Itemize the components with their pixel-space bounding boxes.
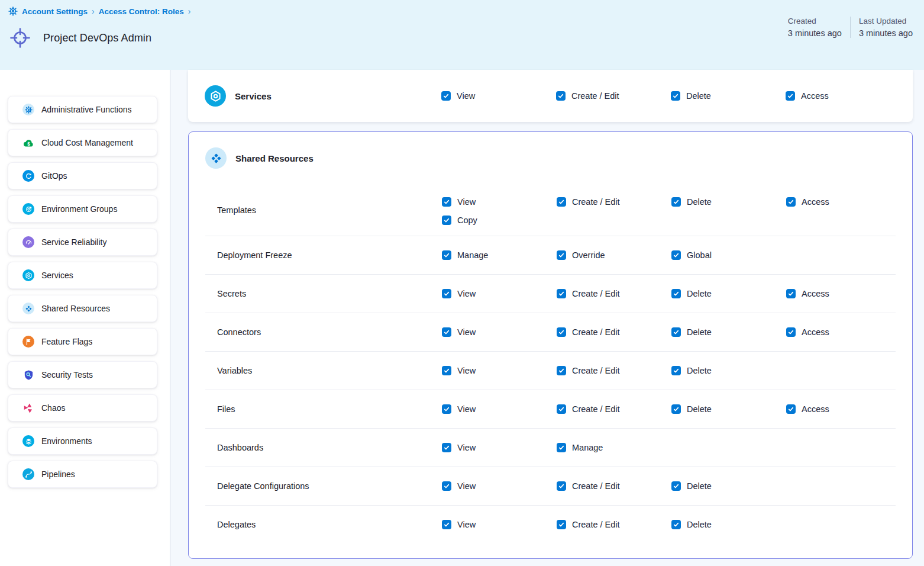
permission-checkbox-view[interactable]: View [442, 327, 557, 337]
checkbox-checked-icon[interactable] [557, 289, 566, 298]
permission-checkbox-access[interactable]: Access [786, 197, 896, 207]
sidebar-item-services[interactable]: Services [8, 262, 157, 289]
sidebar-item-label: Services [41, 271, 73, 280]
permission-checkbox-create-edit[interactable]: Create / Edit [557, 481, 671, 491]
checkbox-checked-icon[interactable] [557, 481, 566, 491]
permission-checkbox-create-edit[interactable]: Create / Edit [557, 520, 671, 529]
checkbox-checked-icon[interactable] [557, 197, 566, 207]
breadcrumb-link-account-settings[interactable]: Account Settings [22, 7, 88, 16]
checkbox-checked-icon[interactable] [557, 443, 566, 452]
svg-text:$: $ [27, 140, 30, 146]
permission-checkbox-delete[interactable]: Delete [671, 327, 786, 337]
checkbox-label: Access [802, 327, 829, 337]
permission-checkbox-create-edit[interactable]: Create / Edit [556, 91, 671, 101]
permission-checkbox-view[interactable]: View [442, 443, 557, 452]
permission-checkbox-view[interactable]: View [442, 404, 557, 414]
checkbox-checked-icon[interactable] [557, 520, 566, 529]
permission-checkbox-manage[interactable]: Manage [442, 250, 557, 260]
permission-checkbox-view[interactable]: View [442, 366, 557, 375]
checkbox-checked-icon[interactable] [786, 327, 796, 337]
checkbox-checked-icon[interactable] [671, 327, 681, 337]
permission-cell: View [442, 404, 557, 414]
permission-checkbox-view[interactable]: View [442, 197, 557, 207]
checkbox-checked-icon[interactable] [671, 197, 681, 207]
chaos-icon [22, 402, 34, 414]
permission-checkbox-access[interactable]: Access [786, 91, 913, 101]
permission-checkbox-view[interactable]: View [442, 481, 557, 491]
permission-checkbox-view[interactable]: View [442, 520, 557, 529]
permission-cell: Access [786, 404, 896, 414]
checkbox-label: Access [802, 197, 829, 207]
permission-checkbox-delete[interactable]: Delete [671, 404, 786, 414]
checkbox-checked-icon[interactable] [442, 366, 451, 375]
permission-checkbox-create-edit[interactable]: Create / Edit [557, 197, 671, 207]
permission-row-deployment-freeze: Deployment Freeze Manage Override Global [205, 236, 896, 274]
services-permission-cell: Delete [671, 91, 786, 101]
sidebar-item-shared-resources[interactable]: Shared Resources [8, 295, 157, 322]
permission-checkbox-delete[interactable]: Delete [671, 366, 786, 375]
sidebar-item-label: GitOps [41, 171, 67, 181]
checkbox-checked-icon[interactable] [671, 91, 680, 101]
permission-checkbox-delete[interactable]: Delete [671, 91, 786, 101]
checkbox-checked-icon[interactable] [786, 404, 796, 414]
service-reliability-icon [22, 236, 34, 248]
checkbox-checked-icon[interactable] [442, 404, 451, 414]
checkbox-label: View [457, 443, 476, 452]
permission-checkbox-delete[interactable]: Delete [671, 520, 786, 529]
checkbox-checked-icon[interactable] [441, 91, 451, 101]
checkbox-checked-icon[interactable] [786, 197, 796, 207]
checkbox-checked-icon[interactable] [671, 289, 681, 298]
sidebar-item-gitops[interactable]: GitOps [8, 162, 157, 189]
permission-checkbox-copy[interactable]: Copy [442, 216, 557, 225]
permission-checkbox-create-edit[interactable]: Create / Edit [557, 327, 671, 337]
permission-checkbox-manage[interactable]: Manage [557, 443, 671, 452]
permission-checkbox-global[interactable]: Global [671, 250, 786, 260]
checkbox-checked-icon[interactable] [442, 197, 451, 207]
sidebar-item-security-tests[interactable]: Security Tests [8, 361, 157, 388]
sidebar-item-environments[interactable]: Environments [8, 427, 157, 455]
permission-checkbox-delete[interactable]: Delete [671, 289, 786, 298]
permission-checkbox-delete[interactable]: Delete [671, 197, 786, 207]
checkbox-checked-icon[interactable] [671, 366, 681, 375]
sidebar-item-chaos[interactable]: Chaos [8, 394, 157, 422]
sidebar-item-service-reliability[interactable]: Service Reliability [8, 229, 157, 256]
checkbox-checked-icon[interactable] [671, 250, 681, 260]
sidebar-item-pipelines[interactable]: Pipelines [8, 461, 157, 488]
permission-checkbox-view[interactable]: View [442, 289, 557, 298]
checkbox-checked-icon[interactable] [556, 91, 566, 101]
permission-checkbox-view[interactable]: View [441, 91, 556, 101]
checkbox-checked-icon[interactable] [442, 289, 451, 298]
permission-cell: Global [671, 250, 786, 260]
breadcrumb-link-access-control-roles[interactable]: Access Control: Roles [99, 7, 184, 16]
permission-checkbox-access[interactable]: Access [786, 327, 896, 337]
checkbox-checked-icon[interactable] [557, 327, 566, 337]
permission-checkbox-access[interactable]: Access [786, 289, 896, 298]
checkbox-label: Create / Edit [572, 366, 620, 375]
checkbox-checked-icon[interactable] [671, 481, 681, 491]
sidebar-item-feature-flags[interactable]: Feature Flags [8, 328, 157, 355]
checkbox-checked-icon[interactable] [557, 250, 566, 260]
permission-checkbox-create-edit[interactable]: Create / Edit [557, 366, 671, 375]
checkbox-checked-icon[interactable] [557, 404, 566, 414]
sidebar-item-administrative-functions[interactable]: Administrative Functions [8, 96, 157, 123]
checkbox-checked-icon[interactable] [442, 443, 451, 452]
checkbox-checked-icon[interactable] [557, 366, 566, 375]
checkbox-checked-icon[interactable] [442, 327, 451, 337]
sidebar-item-cloud-cost-management[interactable]: $ Cloud Cost Management [8, 129, 157, 156]
checkbox-checked-icon[interactable] [442, 481, 451, 491]
checkbox-checked-icon[interactable] [442, 250, 451, 260]
permission-checkbox-access[interactable]: Access [786, 404, 896, 414]
created-meta: Created 3 minutes ago [780, 17, 850, 38]
sidebar-item-environment-groups[interactable]: Environment Groups [8, 195, 157, 223]
checkbox-label: View [457, 366, 476, 375]
permission-checkbox-delete[interactable]: Delete [671, 481, 786, 491]
permission-checkbox-create-edit[interactable]: Create / Edit [557, 289, 671, 298]
permission-checkbox-override[interactable]: Override [557, 250, 671, 260]
checkbox-checked-icon[interactable] [671, 404, 681, 414]
checkbox-checked-icon[interactable] [786, 91, 795, 101]
checkbox-checked-icon[interactable] [786, 289, 796, 298]
permission-checkbox-create-edit[interactable]: Create / Edit [557, 404, 671, 414]
checkbox-checked-icon[interactable] [442, 216, 451, 225]
checkbox-checked-icon[interactable] [442, 520, 451, 529]
checkbox-checked-icon[interactable] [671, 520, 681, 529]
